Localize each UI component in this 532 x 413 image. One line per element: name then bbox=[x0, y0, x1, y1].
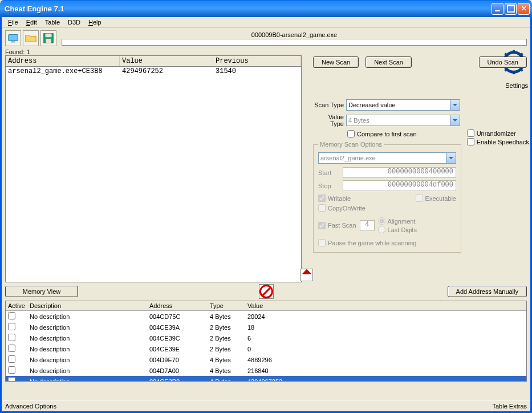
maximize-button[interactable] bbox=[505, 3, 517, 15]
undo-scan-button[interactable]: Undo Scan bbox=[479, 56, 527, 68]
col-header-address[interactable]: Address bbox=[6, 56, 120, 66]
active-checkbox[interactable] bbox=[8, 345, 15, 352]
svg-rect-1 bbox=[11, 42, 15, 43]
advanced-options-link[interactable]: Advanced Options bbox=[5, 403, 56, 410]
active-checkbox[interactable] bbox=[8, 355, 15, 363]
compare-first-checkbox[interactable] bbox=[347, 130, 355, 137]
svg-rect-3 bbox=[46, 34, 52, 37]
unrandomizer-check[interactable] bbox=[467, 129, 474, 137]
chevron-down-icon bbox=[450, 115, 460, 125]
close-button[interactable] bbox=[518, 3, 530, 15]
scan-type-combo[interactable]: Decreased value bbox=[346, 99, 460, 111]
col-header-value[interactable]: Value bbox=[120, 56, 213, 66]
col-header-previous[interactable]: Previous bbox=[213, 56, 301, 66]
pause-check bbox=[318, 239, 326, 246]
table-extras-link[interactable]: Table Extras bbox=[492, 403, 527, 410]
col-address[interactable]: Address bbox=[147, 301, 208, 310]
add-address-manually-button[interactable]: Add Address Manually bbox=[448, 286, 527, 297]
chevron-down-icon bbox=[446, 153, 456, 163]
compare-first-label: Compare to first scan bbox=[357, 131, 417, 137]
next-scan-button[interactable]: Next Scan bbox=[366, 56, 412, 68]
svg-rect-0 bbox=[9, 35, 18, 41]
add-to-list-arrow-icon[interactable] bbox=[300, 269, 313, 281]
results-list[interactable]: arsenal2_game.exe+CE3B8429496725231540 bbox=[5, 66, 302, 282]
memory-view-button[interactable]: Memory View bbox=[5, 286, 78, 297]
table-row[interactable]: No description004CE3B84 Bytes4294967252 bbox=[6, 376, 526, 382]
active-checkbox[interactable] bbox=[8, 377, 15, 382]
delete-icon[interactable] bbox=[259, 284, 274, 299]
executable-check bbox=[416, 195, 423, 202]
menu-bar: File Edit Table D3D Help bbox=[2, 17, 530, 28]
menu-table[interactable]: Table bbox=[41, 18, 64, 27]
col-active[interactable]: Active bbox=[6, 301, 27, 310]
results-header: Address Value Previous bbox=[5, 55, 302, 66]
chevron-down-icon[interactable] bbox=[450, 100, 460, 110]
result-row[interactable]: arsenal2_game.exe+CE3B8429496725231540 bbox=[6, 67, 301, 76]
value-type-label: Value Type bbox=[313, 114, 346, 127]
scan-type-label: Scan Type bbox=[313, 102, 346, 108]
progress-bar bbox=[62, 39, 527, 46]
active-checkbox[interactable] bbox=[8, 366, 15, 374]
menu-d3d[interactable]: D3D bbox=[64, 18, 84, 27]
table-row[interactable]: No description004D7A004 Bytes216840 bbox=[6, 365, 526, 376]
fastscan-check bbox=[318, 222, 326, 229]
fastscan-value[interactable]: 4 bbox=[360, 220, 375, 231]
cow-check bbox=[318, 204, 326, 212]
process-label: 000009B0-arsenal2_game.exe bbox=[62, 31, 527, 38]
open-file-icon[interactable] bbox=[23, 30, 39, 46]
minimize-button[interactable] bbox=[492, 3, 503, 15]
status-bar: Advanced Options Table Extras bbox=[2, 400, 530, 411]
alignment-radio bbox=[378, 217, 385, 225]
open-process-icon[interactable] bbox=[5, 30, 21, 46]
menu-edit[interactable]: Edit bbox=[22, 18, 41, 27]
stop-input[interactable]: 00000000004df000 bbox=[343, 180, 456, 191]
svg-rect-4 bbox=[46, 39, 51, 43]
value-type-combo: 4 Bytes bbox=[346, 115, 460, 126]
save-icon[interactable] bbox=[40, 30, 56, 46]
table-row[interactable]: No description004CE39E2 Bytes0 bbox=[6, 343, 526, 354]
table-row[interactable]: No description004CE39C2 Bytes6 bbox=[6, 333, 526, 343]
table-row[interactable]: No description004CD75C4 Bytes20024 bbox=[6, 311, 526, 322]
col-type[interactable]: Type bbox=[208, 301, 245, 310]
menu-help[interactable]: Help bbox=[84, 18, 105, 27]
active-checkbox[interactable] bbox=[8, 334, 15, 341]
table-row[interactable]: No description004CE39A2 Bytes18 bbox=[6, 322, 526, 333]
col-value[interactable]: Value bbox=[245, 301, 526, 310]
memory-scan-options: Memory Scan Options arsenal2_game.exe St… bbox=[313, 141, 461, 253]
window-title: Cheat Engine 7.1 bbox=[5, 5, 490, 13]
address-table-header: Active Description Address Type Value bbox=[6, 301, 526, 311]
menu-file[interactable]: File bbox=[4, 18, 22, 27]
active-checkbox[interactable] bbox=[8, 323, 15, 330]
col-description[interactable]: Description bbox=[27, 301, 147, 310]
writable-check bbox=[318, 195, 326, 202]
active-checkbox[interactable] bbox=[8, 312, 15, 319]
table-row[interactable]: No description004D9E704 Bytes4889296 bbox=[6, 354, 526, 365]
new-scan-button[interactable]: New Scan bbox=[313, 56, 359, 68]
lastdigits-radio bbox=[378, 226, 385, 233]
speedhack-check[interactable] bbox=[467, 138, 474, 145]
title-bar[interactable]: Cheat Engine 7.1 bbox=[0, 0, 532, 17]
module-combo: arsenal2_game.exe bbox=[318, 152, 456, 164]
address-table[interactable]: Active Description Address Type Value No… bbox=[5, 301, 527, 382]
found-count: Found: 1 bbox=[2, 48, 530, 55]
start-input[interactable]: 0000000000400000 bbox=[343, 167, 456, 178]
